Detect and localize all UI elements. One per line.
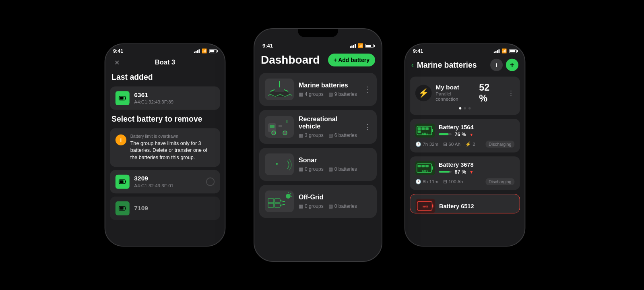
sonar-icon (265, 153, 294, 175)
stat-time-1: 🕐 8h 11m (415, 179, 438, 184)
svg-point-17 (283, 131, 287, 135)
select-remove-label: Select battery to remove (105, 113, 225, 128)
group-card[interactable]: ⚡ My boat Parallel connection 52 % ⋮ (410, 77, 520, 115)
offgrid-batteries: ▤ 0 batteries (328, 203, 357, 209)
battery-pct-0: 76 % (454, 131, 466, 137)
battery-symbol (119, 95, 126, 101)
scene: 9:41 📶 ✕ Boat 3 Last add (0, 0, 644, 290)
phone-left: 9:41 📶 ✕ Boat 3 Last add (105, 44, 226, 246)
time-right: 9:41 (413, 48, 423, 54)
removable-battery-0[interactable]: 3209 A4:C1:32:43:3F:01 (110, 170, 220, 193)
battery-display-1: NØES (417, 162, 434, 174)
svg-rect-14 (270, 125, 275, 128)
signal-icon-center (350, 44, 356, 48)
dash-card-sonar[interactable]: Sonar ▦ 0 groups ▤ 0 batteries (259, 148, 377, 181)
info-button[interactable]: i (490, 59, 503, 71)
rv-info: Recreational vehicle ▦ 3 groups ▤ 6 batt… (299, 116, 359, 138)
batteries-icon-offgrid: ▤ (328, 203, 333, 209)
battery-icon-center (365, 44, 374, 48)
add-button-right[interactable]: + (506, 59, 518, 71)
phone-right: 9:41 📶 ‹ Marine batteries i + (405, 44, 526, 246)
svg-line-29 (290, 193, 291, 194)
svg-rect-43 (432, 166, 433, 170)
battery-item-0[interactable]: NØES Battery 1564 76 % ▼ (410, 119, 520, 152)
battery-thumb-0: NØES (415, 124, 435, 138)
last-added-label: Last added (105, 71, 225, 87)
batteries-icon-sonar: ▤ (328, 166, 333, 172)
svg-rect-22 (275, 199, 280, 203)
dash-card-offgrid[interactable]: Off-Grid ▦ 0 groups ▤ 0 batteries (259, 185, 377, 218)
group-icon: ⚡ (415, 85, 432, 102)
rv-icon (265, 116, 294, 138)
batteries-icon-rv: ▤ (328, 133, 333, 138)
battery-bar-bg-0 (439, 133, 452, 135)
back-button[interactable]: ‹ (411, 61, 414, 69)
sonar-svg (265, 153, 294, 175)
warning-card: i Battery limit is overdrawn The group h… (110, 128, 220, 167)
battery-display-0: NØES (417, 125, 434, 137)
battery-name-1: Battery 3678 (439, 162, 474, 168)
warning-icon: i (116, 135, 126, 145)
right-header: ‹ Marine batteries i + (405, 56, 525, 77)
radio-0[interactable] (206, 177, 215, 186)
phone-center: 9:41 📶 Dashboard + Add battery (254, 28, 382, 262)
svg-rect-35 (418, 130, 421, 133)
rv-more-button[interactable]: ⋮ (364, 122, 371, 131)
time-center: 9:41 (262, 43, 273, 49)
sonar-groups: ▦ 0 groups (299, 166, 324, 172)
arrow-down-0: ▼ (469, 132, 474, 137)
rv-name: Recreational vehicle (299, 116, 359, 130)
battery-id-last: 6361 (134, 91, 173, 98)
removable-id-1: 7109 (134, 205, 148, 211)
group-card-header: ⚡ My boat Parallel connection 52 % ⋮ (415, 82, 514, 104)
removable-battery-1[interactable]: 7109 (110, 197, 220, 220)
svg-rect-34 (425, 127, 429, 130)
group-subtitle: Parallel connection (436, 91, 475, 102)
dash-card-marine[interactable]: Marine batteries ▦ 4 groups ▤ 9 batterie… (259, 73, 377, 106)
batteries-icon-marine: ▤ (328, 91, 333, 97)
status-bar-left: 9:41 📶 (105, 44, 225, 56)
close-button[interactable]: ✕ (111, 57, 122, 68)
battery-symbol-r0 (119, 179, 126, 184)
battery-name-0: Battery 1564 (439, 124, 474, 130)
offgrid-icon (265, 191, 294, 212)
svg-text:NØES: NØES (423, 205, 428, 208)
add-battery-button[interactable]: + Add battery (328, 54, 375, 66)
svg-point-27 (286, 194, 291, 199)
removable-mac-0: A4:C1:32:43:3F:01 (134, 183, 173, 188)
stat-ah-1: ⊟ 100 Ah (443, 179, 463, 184)
group-more-button[interactable]: ⋮ (508, 89, 514, 97)
battery-item-2[interactable]: NØES Battery 6512 (410, 194, 520, 213)
sonar-info: Sonar ▦ 0 groups ▤ 0 batteries (299, 157, 371, 172)
cells-icon-0: ⚡ (465, 141, 471, 147)
battery-indicator-green (116, 91, 130, 105)
warning-title: Battery limit is overdrawn (130, 134, 215, 139)
battery-pct-1: 87 % (454, 169, 466, 175)
battery-info-last: 6361 A4:C1:32:43:3F:89 (134, 91, 173, 105)
group-percent: 52 % (479, 82, 500, 104)
status-bar-center: 9:41 📶 (254, 39, 382, 50)
svg-point-20 (276, 163, 278, 165)
wifi-icon-left: 📶 (202, 48, 207, 54)
battery-bar-fill-0 (439, 133, 448, 135)
battery-item-1[interactable]: NØES Battery 3678 87 % ▼ (410, 156, 520, 190)
marine-groups: ▦ 4 groups (299, 91, 324, 97)
status-right-center: 📶 (350, 43, 374, 48)
status-right-left: 📶 (194, 48, 217, 54)
last-added-battery-card[interactable]: 6361 A4:C1:32:43:3F:89 (110, 87, 220, 110)
battery-symbol-r1 (119, 205, 126, 211)
left-screen-title: Boat 3 (155, 59, 175, 66)
svg-point-19 (275, 162, 284, 168)
battery-name-2: Battery 6512 (439, 203, 474, 209)
dashboard-title: Dashboard (261, 54, 320, 66)
status-right-right: 📶 (494, 48, 517, 54)
marine-meta: ▦ 4 groups ▤ 9 batteries (299, 91, 359, 97)
svg-line-26 (280, 204, 285, 205)
dash-card-rv[interactable]: Recreational vehicle ▦ 3 groups ▤ 6 batt… (259, 110, 377, 144)
group-name: My boat (436, 84, 475, 91)
stat-cells-0: ⚡ 2 (465, 141, 475, 147)
rv-batteries: ▤ 6 batteries (328, 133, 357, 138)
svg-rect-15 (279, 125, 282, 127)
battery-bar-fill-1 (439, 171, 450, 173)
marine-more-button[interactable]: ⋮ (364, 85, 371, 94)
